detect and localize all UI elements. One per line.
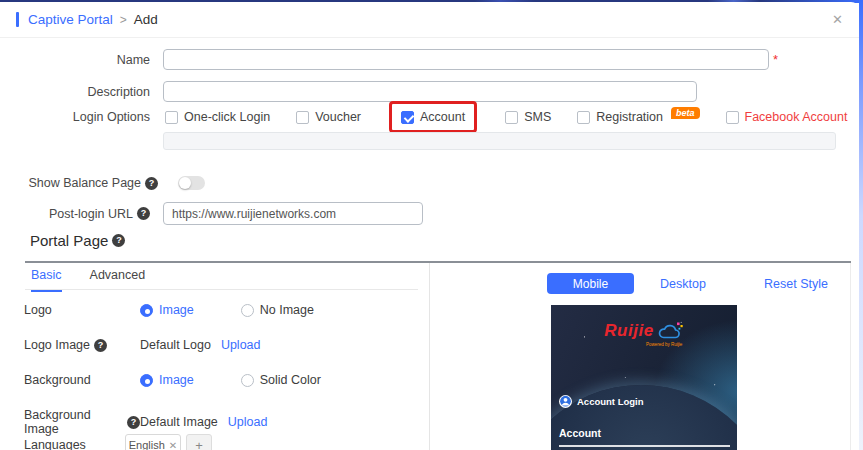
logo-row: Logo Image No Image	[24, 303, 314, 317]
breadcrumb-separator-icon: >	[120, 13, 127, 27]
accent-bar	[16, 12, 19, 27]
checkbox-voucher[interactable]: Voucher	[296, 110, 361, 124]
login-options-label: Login Options	[0, 110, 150, 124]
background-row: Background Image Solid Color	[24, 373, 321, 387]
radio-label: Solid Color	[260, 373, 321, 387]
radio-unselected[interactable]	[241, 374, 254, 387]
login-options-subpanel	[163, 132, 836, 150]
background-image-label-text: Background Image	[24, 408, 123, 436]
preview-account-input-line	[559, 445, 730, 447]
cloud-logo-icon	[657, 322, 684, 341]
description-label: Description	[0, 85, 150, 99]
radio-background-image[interactable]: Image	[140, 373, 194, 387]
account-person-icon	[559, 395, 572, 408]
preview-controls: Mobile Desktop Reset Style	[430, 273, 851, 294]
logo-upload-link[interactable]: Upload	[221, 338, 261, 352]
checkbox-box[interactable]	[577, 111, 590, 124]
show-balance-row: Show Balance Page	[0, 176, 859, 190]
name-label: Name	[0, 53, 150, 67]
page-background-right-strip	[859, 0, 863, 450]
logo-image-label: Logo Image	[24, 338, 140, 352]
checkbox-box[interactable]	[505, 111, 518, 124]
radio-logo-no-image[interactable]: No Image	[241, 303, 314, 317]
help-icon[interactable]	[112, 234, 125, 247]
background-upload-link[interactable]: Upload	[228, 415, 268, 429]
account-highlight-annotation: Account	[389, 101, 477, 133]
checkbox-label: Registration	[596, 110, 663, 124]
checkbox-label: One-click Login	[184, 110, 270, 124]
background-image-label: Background Image	[24, 408, 140, 436]
account-login-row: Account Login	[559, 395, 644, 408]
checkbox-one-click-login[interactable]: One-click Login	[165, 110, 270, 124]
language-tag-english[interactable]: English	[125, 434, 181, 450]
show-balance-label: Show Balance Page	[0, 176, 158, 190]
checkbox-label: Account	[420, 110, 465, 124]
help-icon[interactable]	[94, 339, 107, 352]
post-login-url-input[interactable]	[163, 202, 423, 225]
tabs-underline	[25, 289, 418, 290]
background-image-value: Default Image	[140, 415, 218, 429]
mobile-button[interactable]: Mobile	[547, 273, 634, 294]
checkbox-sms[interactable]: SMS	[505, 110, 551, 124]
preview-account-field-label: Account	[559, 427, 601, 439]
logo-image-value: Default Logo	[140, 338, 211, 352]
language-tag-label: English	[129, 439, 165, 450]
checkbox-checked-box[interactable]	[401, 111, 414, 124]
preview-logo-block: Ruijie Powered by Ruijie	[551, 321, 737, 348]
checkbox-facebook-account[interactable]: Facebook Account	[726, 110, 848, 124]
description-input[interactable]	[163, 81, 697, 102]
login-options-row: Login Options One-click Login Voucher Ac…	[0, 110, 859, 124]
breadcrumb-add: Add	[134, 12, 158, 27]
radio-unselected[interactable]	[241, 304, 254, 317]
portal-preview: Ruijie Powered by Ruijie Account Login A…	[551, 305, 737, 450]
checkbox-account[interactable]: Account	[401, 110, 465, 124]
help-icon[interactable]	[137, 207, 150, 220]
checkbox-label: Voucher	[315, 110, 361, 124]
logo-label: Logo	[24, 303, 140, 317]
beta-badge: beta	[671, 107, 700, 119]
logo-image-row: Logo Image Default Logo Upload	[24, 338, 261, 352]
checkbox-box[interactable]	[296, 111, 309, 124]
login-options-group: One-click Login Voucher Account SMS Regi…	[165, 110, 847, 124]
name-row: Name *	[0, 49, 859, 70]
add-language-button[interactable]: +	[186, 434, 212, 450]
radio-selected[interactable]	[140, 374, 153, 387]
desktop-button[interactable]: Desktop	[660, 277, 706, 291]
remove-tag-icon[interactable]	[169, 440, 177, 450]
portal-page-heading: Portal Page	[30, 232, 125, 249]
checkbox-label: Facebook Account	[745, 110, 848, 124]
description-row: Description	[0, 81, 859, 102]
background-image-row: Background Image Default Image Upload	[24, 408, 267, 436]
toggle-knob	[179, 177, 191, 189]
radio-label: No Image	[260, 303, 314, 317]
checkbox-label: SMS	[524, 110, 551, 124]
name-input[interactable]	[163, 49, 769, 70]
show-balance-toggle[interactable]	[178, 176, 205, 190]
checkbox-box[interactable]	[726, 111, 739, 124]
languages-label: Languages	[24, 438, 125, 450]
radio-logo-image[interactable]: Image	[140, 303, 194, 317]
checkbox-box[interactable]	[165, 111, 178, 124]
radio-selected[interactable]	[140, 304, 153, 317]
reset-style-link[interactable]: Reset Style	[764, 277, 828, 291]
portal-page-title-text: Portal Page	[30, 232, 108, 249]
section-divider	[25, 261, 851, 263]
logo-subtext: Powered by Ruijie	[646, 342, 682, 347]
close-icon[interactable]	[832, 12, 843, 27]
radio-background-solid-color[interactable]: Solid Color	[241, 373, 321, 387]
background-label: Background	[24, 373, 140, 387]
account-login-text: Account Login	[577, 396, 644, 407]
breadcrumb-captive-portal[interactable]: Captive Portal	[28, 12, 113, 27]
show-balance-label-text: Show Balance Page	[28, 176, 141, 190]
help-icon[interactable]	[145, 177, 158, 190]
radio-label: Image	[159, 373, 194, 387]
required-asterisk: *	[773, 52, 778, 67]
help-icon[interactable]	[127, 416, 140, 429]
post-login-url-label-text: Post-login URL	[49, 207, 133, 221]
languages-row: Languages English +	[24, 434, 212, 450]
radio-label: Image	[159, 303, 194, 317]
checkbox-registration[interactable]: Registration beta	[577, 110, 699, 124]
logo-image-label-text: Logo Image	[24, 338, 90, 352]
modal-header: Captive Portal > Add	[0, 2, 859, 38]
ruijie-logo-text: Ruijie	[604, 321, 653, 341]
